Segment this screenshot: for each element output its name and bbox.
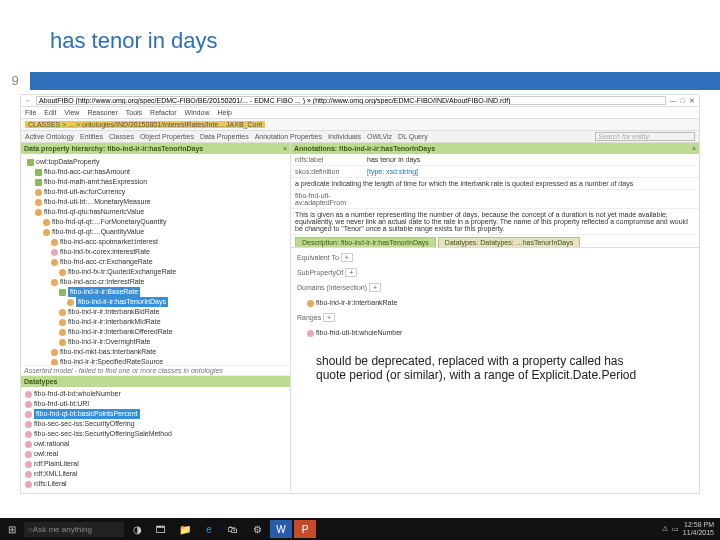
datatype-item[interactable]: rdf:XMLLiteral	[25, 469, 286, 479]
tab-datatypes[interactable]: Datatypes: Datatypes: …hasTenorInDays	[438, 237, 580, 247]
datatype-item[interactable]: owl:rational	[25, 439, 286, 449]
domains-value[interactable]: fibo-ind-ir-ir:InterbankRate	[316, 299, 397, 306]
tree-item[interactable]: fibo-ind-ir-ir:hasTenorInDays	[23, 297, 288, 307]
panel-close-icon[interactable]: ×	[283, 143, 287, 154]
property-tree[interactable]: owl:topDataPropertyfibo-fnd-acc-cur:hasA…	[21, 154, 290, 365]
tray-battery-icon[interactable]: ▭	[672, 525, 679, 533]
annotation-callout: should be deprecated, replaced with a pr…	[316, 354, 646, 382]
class-icon	[59, 339, 66, 346]
panel-close-icon[interactable]: ×	[692, 143, 696, 154]
tray-clock[interactable]: 12:58 PM 11/4/2015	[683, 521, 714, 537]
start-icon[interactable]: ⊞	[2, 520, 22, 538]
taskbar-icon[interactable]: 🛍	[222, 520, 244, 538]
tree-item[interactable]: fibo-fnd-acc-cur:hasAmount	[23, 167, 288, 177]
tree-item[interactable]: fibo-ind-ir-ir:InterbankBidRate	[23, 307, 288, 317]
tab-classes[interactable]: Classes	[109, 133, 134, 140]
tree-item[interactable]: fibo-fnd-utl-av:forCurrency	[23, 187, 288, 197]
datatype-item[interactable]: owl:real	[25, 449, 286, 459]
menu-file[interactable]: File	[25, 109, 36, 116]
taskbar-icon[interactable]: W	[270, 520, 292, 538]
datatype-icon	[25, 461, 32, 468]
sub-of-label: SubPropertyOf	[297, 269, 343, 276]
tree-item[interactable]: fibo-fnd-qt-qtu:hasNumericValue	[23, 207, 288, 217]
tree-item[interactable]: fibo-fnd-utl-bt:…MonetaryMeasure	[23, 197, 288, 207]
taskbar-icon[interactable]: P	[294, 520, 316, 538]
tree-item[interactable]: fibo-ind-ir-ir:InterbankOfferedRate	[23, 327, 288, 337]
taskbar-icon[interactable]: 🗔	[150, 520, 172, 538]
path-highlight: CLASSES > ... > ontologies/IND/20150801/…	[25, 121, 265, 128]
ranges-value[interactable]: fibo-fnd-utl-bt:wholeNumber	[316, 329, 402, 336]
tree-item[interactable]: fibo-ind-acc-spotmarket:interest	[23, 237, 288, 247]
taskbar-icon[interactable]: e	[198, 520, 220, 538]
tree-item[interactable]: fibo-ind-acc-cr:InterestRate	[23, 277, 288, 287]
tab-owlviz[interactable]: OWLViz	[367, 133, 392, 140]
tree-item[interactable]: fibo-ind-mkt-bas:InterbankRate	[23, 347, 288, 357]
menu-edit[interactable]: Edit	[44, 109, 56, 116]
datatype-icon	[25, 411, 32, 418]
tab-dl-query[interactable]: DL Query	[398, 133, 428, 140]
window-max-icon[interactable]: □	[681, 97, 685, 104]
class-icon	[51, 349, 58, 356]
tree-item[interactable]: fibo-fnd-acc-cr:ExchangeRate	[23, 257, 288, 267]
tree-item[interactable]: fibo-ind-ir-ir:BaseRate	[23, 287, 288, 297]
taskbar-icon[interactable]: 📁	[174, 520, 196, 538]
datatype-item[interactable]: fibo-fnd-utl-bt:URI	[25, 399, 286, 409]
system-tray[interactable]: ⚠ ▭ 12:58 PM 11/4/2015	[662, 521, 718, 537]
tree-item[interactable]: fibo-ind-fx-corex:interestRate	[23, 247, 288, 257]
datatype-item[interactable]: fibo-sec-sec-iss:SecurityOfferingSaleMet…	[25, 429, 286, 439]
datatype-icon	[25, 421, 32, 428]
tree-footer-hint: Asserted model - failed to find one or m…	[21, 365, 290, 376]
tree-item[interactable]: fibo-fnd-qt-qt:…ForMonetaryQuantity	[23, 217, 288, 227]
tab-object-properties[interactable]: Object Properties	[140, 133, 194, 140]
tab-annotation-properties[interactable]: Annotation Properties	[255, 133, 322, 140]
datatype-item[interactable]: fibo-fnd-dt-bd:wholeNumber	[25, 389, 286, 399]
address-input[interactable]	[36, 96, 666, 105]
datatype-item[interactable]: fibo-fnd-qt-bt:basicPointsPercent	[25, 409, 286, 419]
datatype-icon	[25, 471, 32, 478]
property-icon	[27, 159, 34, 166]
window-min-icon[interactable]: —	[670, 97, 677, 104]
taskbar-icon[interactable]: ◑	[126, 520, 148, 538]
tab-individuals[interactable]: Individuals	[328, 133, 361, 140]
menu-refactor[interactable]: Refactor	[150, 109, 176, 116]
tree-item[interactable]: fibo-fnd-math-amt:hasExpression	[23, 177, 288, 187]
tab-data-properties[interactable]: Data Properties	[200, 133, 249, 140]
window-close-icon[interactable]: ✕	[689, 97, 695, 105]
datatypes-list[interactable]: fibo-fnd-dt-bd:wholeNumberfibo-fnd-utl-b…	[21, 387, 290, 491]
datatype-item[interactable]: rdfs:Literal	[25, 479, 286, 489]
tray-wifi-icon[interactable]: ⚠	[662, 525, 668, 533]
tree-item[interactable]: fibo-ind-ir-ir:OvernightRate	[23, 337, 288, 347]
tab-entities[interactable]: Entities	[80, 133, 103, 140]
taskbar-search[interactable]: ○ Ask me anything	[24, 522, 124, 537]
class-icon	[67, 299, 74, 306]
tree-item[interactable]: fibo-fnd-qt-qt:…QuantityValue	[23, 227, 288, 237]
menu-tools[interactable]: Tools	[126, 109, 142, 116]
tab-active-ontology[interactable]: Active Ontology	[25, 133, 74, 140]
anno-label-skosdef: skos:definition	[295, 168, 359, 175]
anno-definition-text: a predicate indicating the length of tim…	[295, 180, 633, 187]
tree-item[interactable]: owl:topDataProperty	[23, 157, 288, 167]
search-input[interactable]: Search for entity	[595, 132, 695, 141]
menu-reasoner[interactable]: Reasoner	[87, 109, 117, 116]
menu-view[interactable]: View	[64, 109, 79, 116]
anno-val-rdfslabel: has tenor in days	[367, 156, 420, 163]
datatype-icon	[25, 441, 32, 448]
tree-item[interactable]: fibo-ind-ir-ir:SpecifiedRateSource	[23, 357, 288, 365]
tab-description[interactable]: Description: fibo-ind-ir-ir:hasTenorInDa…	[295, 237, 436, 247]
class-icon	[59, 319, 66, 326]
menu-window[interactable]: Window	[185, 109, 210, 116]
datatype-item[interactable]: fibo-sec-sec-iss:SecurityOffering	[25, 419, 286, 429]
anno-label-adapted: fibo-fnd-utl-av:adaptedFrom	[295, 192, 359, 206]
annotations-header-text: Annotations: fibo-ind-ir-ir:hasTenorInDa…	[294, 143, 435, 154]
tree-item[interactable]: fibo-ind-fx-tr:QuotedExchangeRate	[23, 267, 288, 277]
datatype-icon	[25, 401, 32, 408]
slide-title: has tenor in days	[50, 28, 218, 54]
class-icon	[43, 219, 50, 226]
menu-bar: File Edit View Reasoner Tools Refactor W…	[21, 107, 699, 119]
datatype-item[interactable]: rdf:PlainLiteral	[25, 459, 286, 469]
application-window: ← — □ ✕ File Edit View Reasoner Tools Re…	[20, 94, 700, 494]
taskbar-icon[interactable]: ⚙	[246, 520, 268, 538]
back-icon[interactable]: ←	[25, 97, 32, 104]
menu-help[interactable]: Help	[217, 109, 231, 116]
tree-item[interactable]: fibo-ind-ir-ir:InterbankMidRate	[23, 317, 288, 327]
